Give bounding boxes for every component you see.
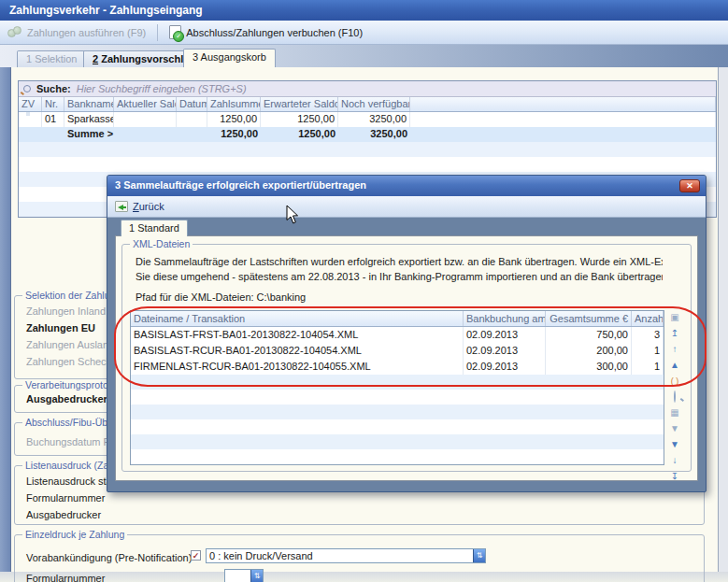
spinner-arrows-icon[interactable]: ⇅ xyxy=(250,570,263,582)
label-ausgabedrucker-2: Ausgabedrucker xyxy=(26,509,101,520)
page-down-icon[interactable]: ▼ xyxy=(666,437,683,453)
file-table-row[interactable]: BASISLAST-RCUR-BA01-20130822-104054.XML … xyxy=(131,343,664,359)
label-zahlungen-eu: Zahlungen EU xyxy=(26,322,95,334)
document-check-icon xyxy=(169,25,181,39)
close-icon[interactable]: ✕ xyxy=(679,179,700,192)
copy-icon[interactable]: ▣ xyxy=(666,310,683,326)
xml-dateien-groupbox: XML-Dateien Die Sammelaufträge der Lasts… xyxy=(121,244,692,472)
coins-icon xyxy=(7,26,22,39)
formularnummer-spinner[interactable]: ⇅ xyxy=(224,569,264,582)
label-formularnummer-1: Formularnummer xyxy=(26,492,105,504)
tab-ausgangskorb[interactable]: 3 Ausgangskorb xyxy=(183,49,276,67)
label-ausgabedrucker-1: Ausgabedrucker xyxy=(26,393,107,405)
grid-nav-strip: ▣ ↥ ↑ ▲ ( ) ▦ ▼ ▼ ↓ ↧ xyxy=(666,310,683,485)
label-zahlungen-inland: Zahlungen Inland xyxy=(26,305,106,317)
tab-strip: 1 Selektion 2 Zahlungsvorschlag 3 Ausgan… xyxy=(0,45,728,67)
execute-payments-button[interactable]: Zahlungen ausführen (F9) xyxy=(0,22,153,43)
move-up-icon[interactable]: ↑ xyxy=(666,342,683,358)
message-line-1: Die Sammelaufträge der Lastschriften wur… xyxy=(136,256,663,267)
execute-payments-label: Zahlungen ausführen (F9) xyxy=(27,27,146,38)
window-left-border xyxy=(0,67,10,572)
export-result-dialog: 3 Sammelaufträge erfolgreich exportiert/… xyxy=(107,175,707,492)
filter-icon[interactable]: ▼ xyxy=(666,421,683,437)
page-up-icon[interactable]: ▲ xyxy=(666,358,683,374)
book-payments-label: Abschluss/Zahlungen verbuchen (F10) xyxy=(186,27,363,38)
bank-sum-row: Summe > 1250,00 1250,00 3250,00 xyxy=(19,127,716,142)
search-icon[interactable] xyxy=(666,390,683,405)
file-table-row[interactable]: FIRMENLAST-RCUR-BA01-20130822-104055.XML… xyxy=(131,359,664,375)
pre-notification-checkbox[interactable]: ✓ xyxy=(191,550,201,561)
tab-selektion[interactable]: 1 Selektion xyxy=(17,50,86,67)
export-icon[interactable]: ▦ xyxy=(666,405,683,421)
bank-table-header: ZV Nr. Bankname Aktueller Saldo € Datum … xyxy=(19,97,716,112)
message-line-2: Sie diese umgehend - spätestens am 22.08… xyxy=(136,271,663,282)
search-icon xyxy=(23,85,31,92)
group-einzeldruck: Einzeldruck je Zahlung Vorabankündigung … xyxy=(14,534,705,582)
label-buchungsdatum-fibu: Buchungsdatum Fib xyxy=(26,436,118,447)
file-table-header: Dateiname / Transaktion Bankbuchung am G… xyxy=(131,311,664,327)
druck-versand-select[interactable]: 0 : kein Druck/Versand ⇅ xyxy=(206,548,486,563)
label-listenausdruck-starten: Listenausdruck start xyxy=(26,476,118,487)
label-zahlungen-ausland: Zahlungen Ausland xyxy=(26,339,114,350)
label-zahlungen-schecke: Zahlungen Schecke xyxy=(26,356,117,367)
back-arrow-icon xyxy=(115,201,128,212)
search-input[interactable]: Hier Suchbegriff eingeben (STRG+S) xyxy=(77,83,247,94)
search-label: Suche: xyxy=(36,83,71,94)
file-table: Dateiname / Transaktion Bankbuchung am G… xyxy=(130,310,664,465)
xml-path-line: Pfad für die XML-Dateien: C:\banking xyxy=(136,291,663,303)
dialog-toolbar: Zurück xyxy=(107,196,706,218)
dialog-titlebar: 3 Sammelaufträge erfolgreich exportiert/… xyxy=(107,176,706,196)
bank-row-sparkasse[interactable]: 01 Sparkasse 1250,00 1250,00 3250,00 xyxy=(19,112,716,127)
move-down-icon[interactable]: ↓ xyxy=(666,453,683,469)
brackets-icon[interactable]: ( ) xyxy=(666,374,683,390)
dialog-panel: XML-Dateien Die Sammelaufträge der Lasts… xyxy=(115,235,698,481)
window-title: Zahlungsverkehr - Zahlungseingang xyxy=(0,0,728,21)
file-table-empty-rows xyxy=(131,375,664,464)
window-right-border xyxy=(718,67,728,572)
back-button[interactable]: Zurück xyxy=(133,201,164,212)
file-table-row[interactable]: BASISLAST-FRST-BA01-20130822-104054.XML … xyxy=(131,327,664,343)
scroll-top-icon[interactable]: ↥ xyxy=(666,326,683,342)
label-vorabankuendigung: Vorabankündigung (Pre-Notification) xyxy=(26,552,192,563)
search-bar[interactable]: Suche: Hier Suchbegriff eingeben (STRG+S… xyxy=(19,81,716,97)
tab-standard[interactable]: 1 Standard xyxy=(121,220,188,236)
toolbar-separator xyxy=(157,24,158,41)
dropdown-arrow-icon[interactable]: ⇅ xyxy=(473,549,485,562)
book-payments-button[interactable]: Abschluss/Zahlungen verbuchen (F10) xyxy=(162,22,370,43)
scroll-bottom-icon[interactable]: ↧ xyxy=(666,469,683,485)
label-formularnummer-2: Formularnummer xyxy=(26,573,105,582)
main-toolbar: Zahlungen ausführen (F9) Abschluss/Zahlu… xyxy=(0,21,728,45)
